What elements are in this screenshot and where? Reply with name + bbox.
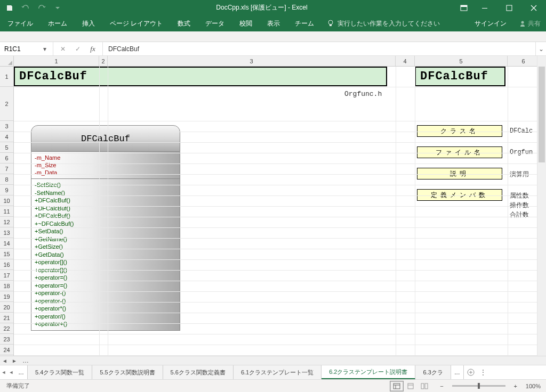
svg-rect-3 bbox=[507, 5, 512, 11]
minimize-button[interactable] bbox=[472, 0, 497, 15]
sheet-tab[interactable]: 6.2クラステンプレート説明書 bbox=[322, 365, 415, 379]
undo-icon[interactable] bbox=[19, 2, 32, 14]
page-layout-view-icon[interactable] bbox=[404, 381, 417, 391]
save-icon[interactable] bbox=[3, 2, 16, 14]
tell-me[interactable]: 実行したい作業を入力してください bbox=[322, 15, 445, 31]
row-header[interactable]: 21 bbox=[0, 313, 13, 323]
sheet-tab[interactable]: 5.4クラス関数一覧 bbox=[28, 365, 92, 379]
ribbon-collapsed-strip bbox=[0, 31, 546, 42]
uml-operation: +operator-() bbox=[35, 297, 176, 305]
row-header[interactable]: 7 bbox=[0, 164, 13, 174]
tab-data[interactable]: データ bbox=[198, 15, 232, 31]
svg-rect-1 bbox=[461, 5, 467, 7]
column-header[interactable]: 3 bbox=[108, 56, 396, 66]
row-header[interactable]: 1 bbox=[0, 67, 13, 87]
normal-view-icon[interactable] bbox=[390, 381, 404, 391]
zoom-slider[interactable] bbox=[452, 385, 505, 387]
row-header[interactable]: 5 bbox=[0, 142, 13, 153]
sign-in-link[interactable]: サインイン bbox=[467, 15, 514, 31]
tabs-right-overflow[interactable]: ... bbox=[451, 365, 464, 379]
sheet-tab[interactable]: 6.3クラ bbox=[415, 365, 451, 379]
select-all-corner[interactable] bbox=[0, 56, 14, 67]
scroll-left-icon[interactable]: ◄ bbox=[0, 358, 10, 364]
tabs-scroll-prev-icon[interactable]: ◄ bbox=[7, 365, 15, 379]
page-break-view-icon[interactable] bbox=[417, 381, 431, 391]
row-header[interactable]: 15 bbox=[0, 249, 13, 259]
row-header[interactable]: 23 bbox=[0, 334, 13, 345]
row-header[interactable]: 8 bbox=[0, 174, 13, 185]
row-header[interactable]: 4 bbox=[0, 132, 13, 142]
share-button[interactable]: 共有 bbox=[514, 15, 546, 31]
row-header[interactable]: 19 bbox=[0, 291, 13, 302]
cell-header-2[interactable]: DFCalcBuf bbox=[415, 67, 505, 86]
cancel-formula-icon[interactable]: ✕ bbox=[55, 45, 70, 53]
column-header[interactable]: 6 bbox=[508, 56, 540, 66]
row-header[interactable]: 3 bbox=[0, 121, 13, 132]
maximize-button[interactable] bbox=[497, 0, 521, 15]
row-header[interactable]: 2 bbox=[0, 87, 13, 121]
uml-operation: +operator/() bbox=[35, 313, 176, 321]
row-header[interactable]: 11 bbox=[0, 206, 13, 217]
tab-formulas[interactable]: 数式 bbox=[170, 15, 198, 31]
tab-file[interactable]: ファイル bbox=[0, 15, 41, 31]
close-button[interactable] bbox=[521, 0, 546, 15]
tab-page-layout[interactable]: ページ レイアウト bbox=[102, 15, 170, 31]
name-box[interactable]: ▾ bbox=[0, 42, 53, 55]
field-value: DFCalc bbox=[510, 127, 533, 135]
cell-header-1[interactable]: DFCalcBuf bbox=[14, 67, 387, 86]
name-box-input[interactable] bbox=[4, 45, 42, 53]
tab-team[interactable]: チーム bbox=[287, 15, 322, 31]
insert-function-icon[interactable]: fx bbox=[85, 45, 100, 53]
tab-review[interactable]: 校閲 bbox=[232, 15, 260, 31]
row-header[interactable]: 18 bbox=[0, 281, 13, 291]
row-header[interactable]: 17 bbox=[0, 270, 13, 281]
row-header[interactable]: 9 bbox=[0, 185, 13, 195]
qat-customize-icon[interactable] bbox=[51, 2, 64, 14]
new-sheet-button[interactable] bbox=[464, 365, 478, 379]
tab-view[interactable]: 表示 bbox=[260, 15, 287, 31]
column-headers[interactable]: 123456 bbox=[14, 56, 537, 67]
sheet-tab[interactable]: 6.1クラステンプレート一覧 bbox=[234, 365, 322, 379]
formula-buttons: ✕ ✓ fx bbox=[53, 42, 103, 55]
row-header[interactable]: 10 bbox=[0, 195, 13, 206]
uml-attributes: -m_Name-m_Size-m_Data bbox=[31, 152, 180, 179]
column-header[interactable]: 2 bbox=[99, 56, 108, 66]
row-header[interactable]: 12 bbox=[0, 217, 13, 227]
column-header[interactable]: 4 bbox=[396, 56, 415, 66]
row-header[interactable]: 24 bbox=[0, 345, 13, 355]
redo-icon[interactable] bbox=[35, 2, 48, 14]
row-header[interactable]: 13 bbox=[0, 227, 13, 238]
zoom-out-button[interactable]: − bbox=[437, 383, 446, 389]
column-header[interactable]: 1 bbox=[14, 56, 99, 66]
scroll-right-icon[interactable]: ► bbox=[10, 358, 19, 364]
tab-insert[interactable]: 挿入 bbox=[75, 15, 102, 31]
name-box-dropdown-icon[interactable]: ▾ bbox=[42, 45, 48, 53]
column-header[interactable]: 5 bbox=[415, 56, 508, 66]
row-header[interactable]: 14 bbox=[0, 238, 13, 249]
expand-formula-bar-icon[interactable]: ⌄ bbox=[535, 42, 546, 55]
zoom-slider-handle[interactable] bbox=[478, 383, 480, 389]
uml-attribute: -m_Data bbox=[35, 169, 176, 176]
row-header[interactable]: 20 bbox=[0, 302, 13, 313]
ribbon-display-options-icon[interactable] bbox=[455, 0, 472, 15]
window-title: DocCpp.xls [保護ビュー] - Excel bbox=[68, 3, 455, 12]
worksheet-grid[interactable]: 123456 123456789101112131415161718192021… bbox=[0, 56, 546, 356]
tabs-more-icon[interactable]: ⋮ bbox=[478, 365, 488, 379]
scrollbar-thumb[interactable] bbox=[539, 67, 545, 162]
vertical-scrollbar[interactable] bbox=[537, 56, 546, 356]
sheet-nav-more[interactable]: … bbox=[19, 357, 32, 364]
cells[interactable]: DFCalcBuf DFCalcBuf Orgfunc.h DFCalcBuf … bbox=[14, 67, 537, 356]
enter-formula-icon[interactable]: ✓ bbox=[70, 45, 85, 53]
tabs-scroll-first-icon[interactable]: ◄ bbox=[0, 365, 7, 379]
row-header[interactable]: 6 bbox=[0, 153, 13, 164]
sheet-tab[interactable]: 5.5クラス関数説明書 bbox=[92, 365, 163, 379]
row-header[interactable]: 22 bbox=[0, 323, 13, 334]
formula-input[interactable]: DFCalcBuf bbox=[103, 42, 535, 55]
row-header[interactable]: 16 bbox=[0, 259, 13, 270]
row-headers[interactable]: 123456789101112131415161718192021222324 bbox=[0, 67, 14, 356]
tabs-left-overflow[interactable]: ... bbox=[15, 365, 28, 379]
zoom-percent[interactable]: 100% bbox=[520, 383, 546, 389]
sheet-tab[interactable]: 5.6クラス関数定義書 bbox=[163, 365, 234, 379]
tab-home[interactable]: ホーム bbox=[41, 15, 75, 31]
zoom-in-button[interactable]: + bbox=[511, 383, 520, 389]
